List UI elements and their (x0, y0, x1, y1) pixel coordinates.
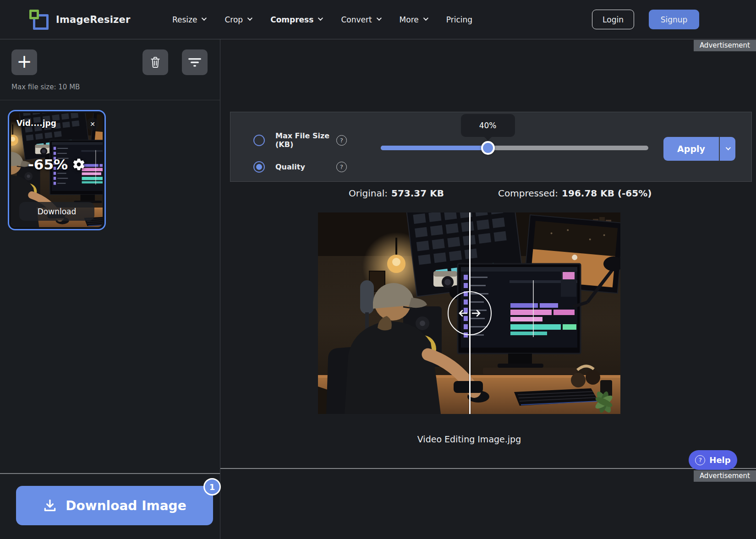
plus-icon: + (16, 52, 32, 71)
file-card[interactable]: Vid....jpg ✕ -65% Download (8, 110, 106, 230)
radio-quality[interactable] (253, 161, 265, 173)
nav-item-pricing[interactable]: Pricing (446, 15, 472, 24)
chevron-down-icon (318, 16, 323, 21)
max-file-size-note: Max file size: 10 MB (11, 83, 80, 91)
nav-item-more[interactable]: More (400, 15, 427, 24)
comparison-image (318, 212, 620, 414)
nav-item-resize[interactable]: Resize (172, 15, 205, 24)
slider-thumb[interactable] (481, 141, 495, 155)
compare-handle[interactable] (448, 291, 492, 335)
main-bottom-divider (220, 468, 756, 469)
image-count-badge: 1 (203, 478, 221, 495)
header: ImageResizer Resize Crop Compress Conver… (0, 0, 756, 39)
download-image-button[interactable]: Download Image (16, 486, 213, 525)
reduction-overlay: -65% (9, 156, 104, 173)
reduction-percent: -65% (28, 156, 68, 173)
remove-file-button[interactable]: ✕ (86, 118, 99, 131)
sidebar: + Max file size: 10 MB Vid.. (0, 39, 220, 539)
original-size: Original:573.37 KB (349, 188, 444, 199)
filter-icon (188, 57, 202, 67)
left-right-arrows-icon (458, 308, 482, 318)
download-icon (43, 498, 57, 513)
add-image-button[interactable]: + (11, 49, 37, 75)
help-question-icon[interactable]: ? (336, 135, 347, 146)
chevron-down-icon (423, 16, 428, 21)
radio-max-file-size[interactable] (253, 135, 265, 146)
close-icon: ✕ (90, 120, 95, 128)
apply-button[interactable]: Apply (663, 137, 719, 161)
compressed-size: Compressed:196.78 KB (-65%) (498, 188, 652, 199)
sidebar-bottom-divider (0, 473, 220, 474)
nav-item-compress[interactable]: Compress (270, 15, 322, 24)
apply-dropdown-button[interactable] (719, 137, 735, 161)
download-image-label: Download Image (66, 498, 186, 513)
login-button[interactable]: Login (592, 10, 634, 29)
help-label: Help (709, 455, 730, 465)
help-button[interactable]: ? Help (689, 450, 737, 470)
help-question-icon: ? (695, 455, 705, 465)
gear-icon[interactable] (72, 158, 86, 171)
image-caption: Video Editing Image.jpg (318, 434, 620, 444)
apply-split-button: Apply (663, 137, 735, 161)
nav-item-crop[interactable]: Crop (225, 15, 251, 24)
quality-slider-track[interactable]: 40% (381, 146, 648, 150)
brand[interactable]: ImageResizer (29, 0, 130, 39)
imageresizer-logo-icon (29, 10, 49, 30)
brand-name: ImageResizer (56, 14, 130, 25)
advertisement-label-top: Advertisement (694, 40, 756, 51)
main-nav: Resize Crop Compress Convert More Pricin… (172, 0, 472, 39)
quality-label: Quality (275, 163, 336, 171)
filter-button[interactable] (182, 49, 208, 75)
file-download-button[interactable]: Download (19, 202, 94, 221)
slider-tooltip: 40% (461, 114, 515, 137)
compression-controls-panel: Max File Size (KB) ? Quality ? 40% Apply (230, 112, 752, 182)
trash-icon (149, 56, 161, 69)
file-name: Vid....jpg (16, 119, 56, 128)
help-question-icon[interactable]: ? (336, 162, 347, 172)
chevron-down-icon (247, 16, 252, 21)
main-area: Advertisement Max File Size (KB) ? Quali… (220, 39, 756, 539)
delete-all-button[interactable] (142, 49, 168, 75)
max-file-size-label: Max File Size (KB) (275, 131, 336, 149)
chevron-down-icon (202, 16, 207, 21)
chevron-down-icon (726, 145, 731, 150)
nav-item-convert[interactable]: Convert (341, 15, 380, 24)
slider-fill (381, 146, 488, 150)
size-comparison: Original:573.37 KB Compressed:196.78 KB … (220, 188, 756, 202)
chevron-down-icon (376, 16, 381, 21)
sidebar-divider (0, 100, 220, 100)
signup-button[interactable]: Signup (649, 10, 699, 29)
advertisement-label-bottom: Advertisement (694, 470, 756, 482)
